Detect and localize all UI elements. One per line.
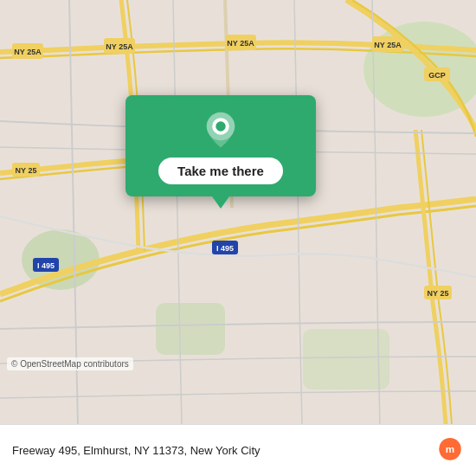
address-text: Freeway 495, Elmhurst, NY 11373, New Yor… (12, 444, 436, 457)
svg-text:NY 25A: NY 25A (227, 39, 254, 48)
take-me-there-button[interactable]: Take me there (158, 158, 283, 184)
svg-text:I 495: I 495 (216, 244, 234, 253)
svg-text:NY 25A: NY 25A (106, 42, 133, 51)
svg-rect-3 (156, 303, 225, 355)
svg-rect-4 (303, 329, 389, 389)
svg-text:NY 25A: NY 25A (14, 48, 42, 56)
moovit-logo: m (436, 437, 464, 465)
svg-text:NY 25: NY 25 (428, 289, 449, 298)
map-container: NY 25A NY 25A NY 25A NY 25A NY 25 I 495 … (0, 0, 476, 424)
moovit-logo-icon: m (436, 437, 464, 465)
popup-card: Take me there (125, 95, 316, 196)
location-pin-icon (202, 111, 240, 149)
osm-credit: © OpenStreetMap contributors (7, 357, 133, 370)
svg-text:I 495: I 495 (37, 261, 55, 270)
svg-text:GCP: GCP (428, 71, 446, 80)
svg-text:m: m (446, 443, 454, 454)
bottom-bar: Freeway 495, Elmhurst, NY 11373, New Yor… (0, 424, 476, 476)
svg-text:NY 25: NY 25 (16, 166, 37, 175)
svg-text:NY 25A: NY 25A (374, 41, 402, 49)
svg-point-25 (215, 121, 225, 131)
